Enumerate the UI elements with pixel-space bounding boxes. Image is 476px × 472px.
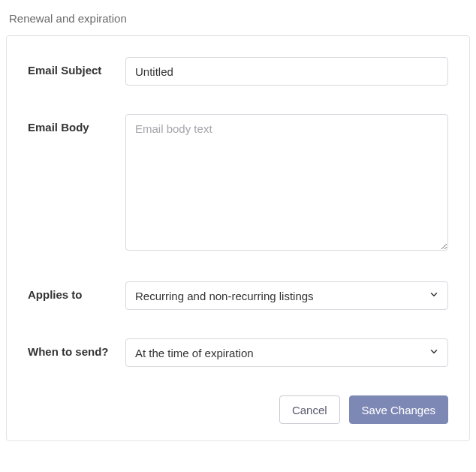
label-when-to-send: When to send?	[28, 338, 125, 359]
when-to-send-select[interactable]: At the time of expiration	[125, 338, 448, 367]
email-body-textarea[interactable]	[125, 114, 448, 251]
row-applies-to: Applies to Recurring and non-recurring l…	[28, 281, 448, 310]
section-title: Renewal and expiration	[9, 12, 470, 25]
row-email-body: Email Body	[28, 114, 448, 253]
email-subject-input[interactable]	[125, 57, 448, 86]
label-email-body: Email Body	[28, 114, 125, 135]
row-when-to-send: When to send? At the time of expiration	[28, 338, 448, 367]
button-row: Cancel Save Changes	[28, 395, 448, 424]
form-panel: Email Subject Email Body Applies to Recu…	[6, 35, 470, 441]
cancel-button[interactable]: Cancel	[279, 395, 340, 424]
row-email-subject: Email Subject	[28, 57, 448, 86]
applies-to-select[interactable]: Recurring and non-recurring listings	[125, 281, 448, 310]
save-button[interactable]: Save Changes	[349, 395, 448, 424]
label-applies-to: Applies to	[28, 281, 125, 302]
label-email-subject: Email Subject	[28, 57, 125, 78]
